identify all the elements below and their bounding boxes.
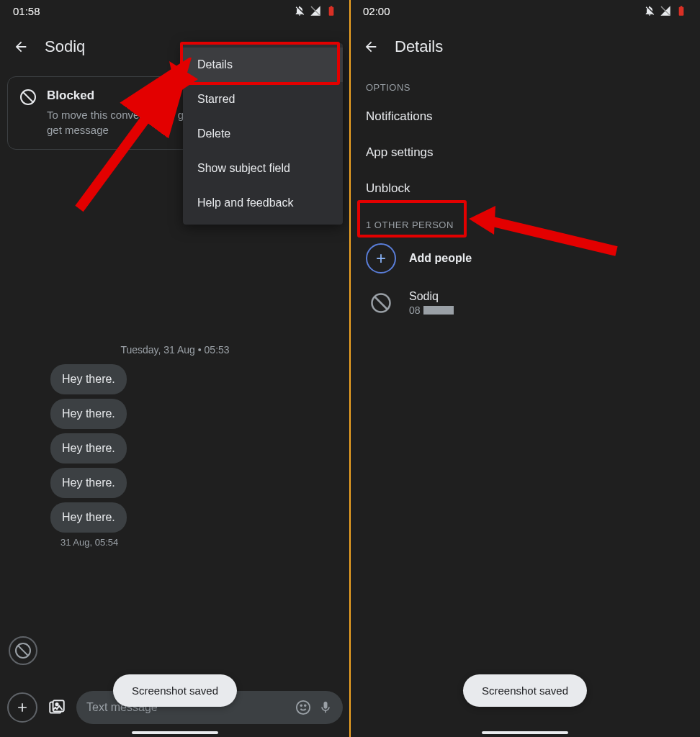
redacted-number [423,306,454,315]
signal-icon [310,5,321,17]
contact-number: 08 [409,304,454,316]
screenshot-divider [349,0,351,737]
menu-item-starred[interactable]: Starred [183,82,343,117]
option-app-settings[interactable]: App settings [350,135,700,171]
status-bar: 01:58 [0,0,350,22]
status-bar: 02:00 [350,0,700,22]
page-title: Details [395,37,443,56]
details-header: Details [350,22,700,69]
phone-screen-right: 02:00 Details OPTIONS Notifications App … [350,0,700,737]
blocked-icon [19,89,37,137]
svg-line-13 [374,297,387,309]
svg-point-7 [297,701,310,714]
battery-icon [676,5,687,17]
conversation-title: Sodiq [45,37,85,56]
message-timestamp: Tuesday, 31 Aug • 05:53 [0,344,350,356]
option-notifications[interactable]: Notifications [350,99,700,135]
menu-item-delete[interactable]: Delete [183,117,343,151]
message-bubble[interactable]: Hey there. [50,502,127,533]
mute-icon [294,5,305,17]
add-people-row[interactable]: + Add people [350,236,700,281]
contact-name: Sodiq [409,290,454,303]
message-bubble[interactable]: Hey there. [50,399,127,429]
toast-snackbar: Screenshot saved [113,674,237,707]
sender-avatar-blocked[interactable] [9,636,37,665]
svg-point-9 [305,705,306,706]
status-time: 02:00 [363,5,390,17]
add-icon: + [366,243,396,273]
toast-snackbar: Screenshot saved [463,674,587,707]
back-button[interactable] [13,39,29,55]
overflow-menu: Details Starred Delete Show subject fiel… [183,43,343,225]
contact-row[interactable]: Sodiq 08 [350,281,700,325]
menu-item-help[interactable]: Help and feedback [183,186,343,220]
emoji-icon[interactable] [295,700,311,715]
home-indicator[interactable] [482,731,568,734]
option-unblock[interactable]: Unblock [350,171,700,207]
battery-icon [326,5,337,17]
contact-blocked-icon [366,288,396,318]
svg-point-8 [300,705,302,706]
section-label-options: OPTIONS [350,69,700,99]
status-icons [644,5,687,17]
phone-screen-left: 01:58 Sodiq Blocked To move this convers… [0,0,350,737]
message-bubble[interactable]: Hey there. [50,433,127,464]
home-indicator[interactable] [132,731,218,734]
menu-item-subject[interactable]: Show subject field [183,151,343,186]
svg-line-1 [23,92,33,102]
svg-line-3 [18,646,28,656]
gallery-button[interactable] [45,695,69,720]
section-label-people: 1 OTHER PERSON [350,207,700,236]
signal-icon [660,5,671,17]
status-icons [294,5,337,17]
mic-icon[interactable] [318,700,333,715]
message-bubble[interactable]: Hey there. [50,364,127,394]
svg-point-6 [55,703,58,705]
back-button[interactable] [363,39,379,55]
menu-item-details[interactable]: Details [183,48,343,82]
message-bubble[interactable]: Hey there. [50,468,127,498]
mute-icon [644,5,655,17]
add-people-label: Add people [409,252,472,265]
status-time: 01:58 [13,5,40,17]
messages-area: Hey there. Hey there. Hey there. Hey the… [0,364,350,548]
add-attachment-button[interactable] [7,692,37,723]
message-time: 31 Aug, 05:54 [50,537,341,548]
